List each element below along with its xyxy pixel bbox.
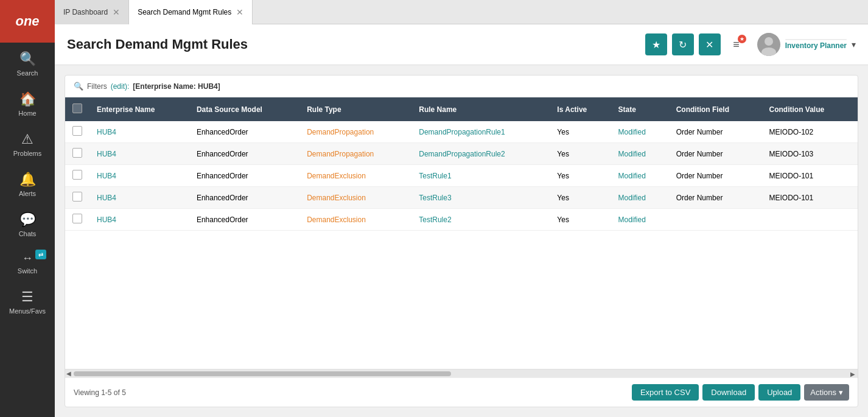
cell-state: Modified xyxy=(611,187,668,209)
user-dropdown-arrow[interactable]: ▾ xyxy=(852,40,856,49)
row-checkbox[interactable] xyxy=(72,192,82,201)
app-logo[interactable]: one xyxy=(0,0,55,43)
col-condition-value[interactable]: Condition Value xyxy=(762,97,858,121)
enterprise-name-link[interactable]: HUB4 xyxy=(97,194,116,202)
scroll-thumb[interactable] xyxy=(74,371,451,376)
main-area: IP Dashboard ✕ Search Demand Mgmt Rules … xyxy=(55,0,868,417)
cell-state: Modified xyxy=(611,143,668,165)
row-checkbox-cell[interactable] xyxy=(65,209,89,231)
filter-icon: 🔍 xyxy=(74,82,83,91)
cell-state: Modified xyxy=(611,121,668,143)
hamburger-button[interactable]: ≡ ★ xyxy=(726,33,747,55)
user-role: Inventory Planner xyxy=(785,41,847,50)
svg-point-1 xyxy=(765,37,773,46)
enterprise-name-link[interactable]: HUB4 xyxy=(97,128,116,136)
row-checkbox-cell[interactable] xyxy=(65,187,89,209)
actions-dropdown-icon: ▾ xyxy=(839,388,843,397)
state-value[interactable]: Modified xyxy=(618,172,645,180)
cell-rule-type: DemandExclusion xyxy=(299,187,411,209)
export-csv-button[interactable]: Export to CSV xyxy=(632,384,699,401)
state-value[interactable]: Modified xyxy=(618,128,645,136)
sidebar-item-home[interactable]: 🏠 Home xyxy=(0,83,55,123)
col-is-active[interactable]: Is Active xyxy=(550,97,611,121)
page-title: Search Demand Mgmt Rules xyxy=(67,37,645,52)
rule-type-link[interactable]: DemandExclusion xyxy=(307,194,366,202)
rule-type-link[interactable]: DemandPropagation xyxy=(307,150,374,158)
sidebar-item-switch[interactable]: ⇄ ↔ Switch xyxy=(0,244,55,281)
user-name xyxy=(785,39,847,40)
table-body: HUB4EnhancedOrderDemandPropagationDemand… xyxy=(65,121,858,231)
cell-rule-type: DemandPropagation xyxy=(299,143,411,165)
select-all-checkbox[interactable] xyxy=(72,103,82,113)
rule-type-link[interactable]: DemandExclusion xyxy=(307,216,366,224)
rule-type-link[interactable]: DemandExclusion xyxy=(307,172,366,180)
cell-enterprise-name: HUB4 xyxy=(89,209,189,231)
rule-name-link[interactable]: TestRule3 xyxy=(419,194,451,202)
sidebar-item-chats[interactable]: 💬 Chats xyxy=(0,203,55,244)
rule-name-link[interactable]: TestRule1 xyxy=(419,172,451,180)
scroll-right-arrow[interactable]: ▶ xyxy=(850,370,855,378)
row-checkbox[interactable] xyxy=(72,170,82,180)
enterprise-name-link[interactable]: HUB4 xyxy=(97,216,116,224)
filter-label: Filters xyxy=(87,82,107,91)
cell-condition-value: MEIODO-101 xyxy=(762,165,858,187)
sidebar-item-problems[interactable]: ⚠ Problems xyxy=(0,123,55,163)
refresh-button[interactable]: ↻ xyxy=(672,33,694,55)
col-state[interactable]: State xyxy=(611,97,668,121)
state-value[interactable]: Modified xyxy=(618,150,645,158)
row-checkbox[interactable] xyxy=(72,126,82,136)
scroll-left-arrow[interactable]: ◀ xyxy=(66,370,71,377)
row-checkbox-cell[interactable] xyxy=(65,121,89,143)
col-condition-field[interactable]: Condition Field xyxy=(669,97,762,121)
cell-is-active: Yes xyxy=(550,165,611,187)
enterprise-name-link[interactable]: HUB4 xyxy=(97,172,116,180)
sidebar-item-label: Problems xyxy=(13,150,41,157)
tab-label: Search Demand Mgmt Rules xyxy=(138,8,231,16)
table-row: HUB4EnhancedOrderDemandExclusionTestRule… xyxy=(65,209,858,231)
bell-icon: 🔔 xyxy=(19,172,36,187)
actions-button[interactable]: Actions ▾ xyxy=(804,384,849,401)
sidebar-item-alerts[interactable]: 🔔 Alerts xyxy=(0,163,55,203)
horizontal-scrollbar[interactable]: ◀ ▶ xyxy=(65,369,858,377)
state-value[interactable]: Modified xyxy=(618,216,645,224)
row-checkbox[interactable] xyxy=(72,148,82,158)
row-checkbox-cell[interactable] xyxy=(65,143,89,165)
state-value[interactable]: Modified xyxy=(618,194,645,202)
download-button[interactable]: Download xyxy=(702,384,755,401)
sidebar-item-label: Switch xyxy=(18,267,37,275)
col-enterprise-name[interactable]: Enterprise Name xyxy=(89,97,189,121)
enterprise-name-link[interactable]: HUB4 xyxy=(97,150,116,158)
cell-rule-name: DemandPropagationRule2 xyxy=(411,143,550,165)
rule-name-link[interactable]: DemandPropagationRule1 xyxy=(419,128,505,136)
rule-type-link[interactable]: DemandPropagation xyxy=(307,128,374,136)
tab-ip-dashboard[interactable]: IP Dashboard ✕ xyxy=(55,0,129,24)
tab-close-ip-dashboard[interactable]: ✕ xyxy=(113,8,120,16)
sidebar-item-label: Chats xyxy=(19,230,37,237)
cell-rule-name: TestRule2 xyxy=(411,209,550,231)
col-rule-type[interactable]: Rule Type xyxy=(299,97,411,121)
col-rule-name[interactable]: Rule Name xyxy=(411,97,550,121)
content-area: 🔍 Filters (edit): [Enterprise Name: HUB4… xyxy=(55,65,868,417)
sidebar-item-menus[interactable]: ☰ Menus/Favs xyxy=(0,281,55,321)
avatar xyxy=(757,33,780,56)
star-button[interactable]: ★ xyxy=(645,33,667,55)
table-footer: Viewing 1-5 of 5 Export to CSV Download … xyxy=(65,377,858,407)
rule-name-link[interactable]: TestRule2 xyxy=(419,216,451,224)
col-select[interactable] xyxy=(65,97,89,121)
sidebar-item-search[interactable]: 🔍 Search xyxy=(0,43,55,83)
col-data-source-model[interactable]: Data Source Model xyxy=(189,97,299,121)
content-card: 🔍 Filters (edit): [Enterprise Name: HUB4… xyxy=(65,75,858,407)
cell-state: Modified xyxy=(611,165,668,187)
row-checkbox[interactable] xyxy=(72,214,82,223)
upload-button[interactable]: Upload xyxy=(758,384,800,401)
user-section: Inventory Planner ▾ xyxy=(757,33,856,56)
tab-search-demand[interactable]: Search Demand Mgmt Rules ✕ xyxy=(129,0,253,24)
rule-name-link[interactable]: DemandPropagationRule2 xyxy=(419,150,505,158)
tab-close-search-demand[interactable]: ✕ xyxy=(236,8,243,16)
row-checkbox-cell[interactable] xyxy=(65,165,89,187)
cell-enterprise-name: HUB4 xyxy=(89,121,189,143)
filter-edit-link[interactable]: (edit): xyxy=(111,82,130,91)
cell-rule-name: TestRule3 xyxy=(411,187,550,209)
close-button[interactable]: ✕ xyxy=(699,33,721,55)
cell-rule-type: DemandExclusion xyxy=(299,209,411,231)
